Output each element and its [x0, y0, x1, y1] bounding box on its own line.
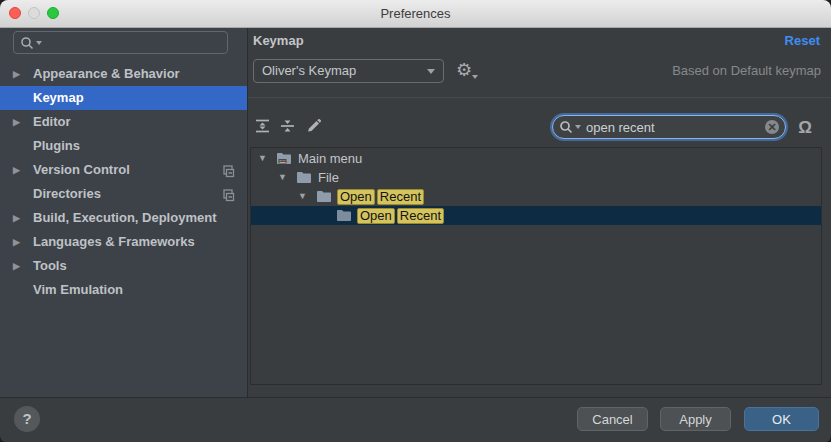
sidebar-item-label: Languages & Frameworks: [33, 230, 195, 254]
collapse-all-icon[interactable]: [279, 118, 296, 134]
chevron-down-icon: [427, 69, 435, 74]
sidebar-item-label: Plugins: [33, 134, 80, 158]
search-match-highlight: Open: [337, 189, 375, 205]
keymap-select-value: Oliver's Keymap: [262, 63, 356, 78]
find-actions-by-shortcut-icon[interactable]: Ω: [794, 117, 816, 139]
chevron-right-icon[interactable]: ▶: [13, 62, 20, 86]
sidebar-item-tools[interactable]: ▶ Tools: [0, 254, 247, 278]
chevron-right-icon[interactable]: ▶: [13, 230, 20, 254]
apply-button[interactable]: Apply: [660, 407, 731, 431]
sidebar-item-label: Build, Execution, Deployment: [33, 206, 216, 230]
window-title: Preferences: [0, 0, 831, 27]
sidebar-item-keymap[interactable]: Keymap: [0, 86, 247, 110]
tree-node-label: OpenRecent: [357, 207, 446, 226]
chevron-right-icon[interactable]: ▶: [13, 110, 20, 134]
help-button[interactable]: ?: [14, 406, 40, 432]
sidebar-item-languages-frameworks[interactable]: ▶ Languages & Frameworks: [0, 230, 247, 254]
sidebar-item-editor[interactable]: ▶ Editor: [0, 110, 247, 134]
tree-node-label: File: [318, 168, 339, 187]
folder-icon: [336, 208, 352, 227]
search-match-highlight: Open: [357, 208, 395, 224]
chevron-down-icon[interactable]: ▼: [258, 149, 267, 168]
search-match-highlight: Recent: [397, 208, 444, 224]
preferences-dialog: Preferences ▶ Appearance & Behavior Keym…: [0, 0, 831, 442]
tree-row-open-recent-selected[interactable]: OpenRecent: [251, 206, 821, 225]
chevron-down-icon[interactable]: ▼: [298, 187, 307, 206]
clear-search-icon[interactable]: ✕: [765, 120, 779, 134]
chevron-right-icon[interactable]: ▶: [13, 158, 20, 182]
edit-shortcut-icon[interactable]: [305, 118, 322, 134]
tree-node-label: Main menu: [298, 149, 362, 168]
sidebar-item-plugins[interactable]: Plugins: [0, 134, 247, 158]
sidebar-search-input[interactable]: [42, 34, 221, 51]
sidebar-search-box[interactable]: [13, 31, 228, 54]
ok-button[interactable]: OK: [744, 407, 819, 431]
sidebar-item-build-execution-deployment[interactable]: ▶ Build, Execution, Deployment: [0, 206, 247, 230]
page-title: Keymap: [253, 33, 304, 48]
sidebar-item-label: Editor: [33, 110, 71, 134]
search-icon: [559, 120, 573, 134]
shortcut-search-field[interactable]: ✕: [552, 115, 786, 139]
reset-link[interactable]: Reset: [785, 33, 820, 48]
sidebar-item-label: Version Control: [33, 158, 130, 182]
chevron-right-icon[interactable]: ▶: [13, 206, 20, 230]
cancel-button[interactable]: Cancel: [577, 407, 648, 431]
sidebar-item-label: Directories: [33, 182, 101, 206]
gear-caret-icon: [472, 75, 478, 79]
gear-icon[interactable]: ⚙: [452, 58, 476, 82]
sidebar-item-version-control[interactable]: ▶ Version Control: [0, 158, 247, 182]
tree-row-file[interactable]: ▼ File: [251, 168, 821, 187]
sidebar-item-label: Appearance & Behavior: [33, 62, 180, 86]
based-on-label: Based on Default keymap: [672, 61, 821, 81]
shortcuts-tree: ▼ Main menu ▼ File ▼ OpenRecent OpenRec: [250, 147, 822, 385]
sidebar-item-label: Keymap: [33, 86, 84, 110]
sidebar-item-vim-emulation[interactable]: Vim Emulation: [0, 278, 247, 302]
sidebar-item-label: Tools: [33, 254, 67, 278]
chevron-right-icon[interactable]: ▶: [13, 254, 20, 278]
search-icon: [20, 36, 34, 50]
title-bar: Preferences: [0, 0, 831, 28]
chevron-down-icon[interactable]: ▼: [278, 168, 287, 187]
search-options-caret-icon[interactable]: [575, 125, 581, 129]
footer-separator: [0, 397, 831, 398]
tree-node-label: OpenRecent: [337, 188, 426, 207]
sidebar-divider: [247, 28, 248, 397]
keymap-select[interactable]: Oliver's Keymap: [253, 59, 444, 83]
sidebar-item-appearance-behavior[interactable]: ▶ Appearance & Behavior: [0, 62, 247, 86]
shortcut-search-input[interactable]: [584, 119, 765, 136]
expand-all-icon[interactable]: [254, 118, 271, 134]
search-match-highlight: Recent: [377, 189, 424, 205]
tree-row-open-recent-group[interactable]: ▼ OpenRecent: [251, 187, 821, 206]
settings-sidebar: ▶ Appearance & Behavior Keymap ▶ Editor …: [0, 28, 247, 397]
header-separator: [248, 97, 831, 98]
tree-row-main-menu[interactable]: ▼ Main menu: [251, 149, 821, 168]
sidebar-item-directories[interactable]: Directories: [0, 182, 247, 206]
sidebar-item-label: Vim Emulation: [33, 278, 123, 302]
